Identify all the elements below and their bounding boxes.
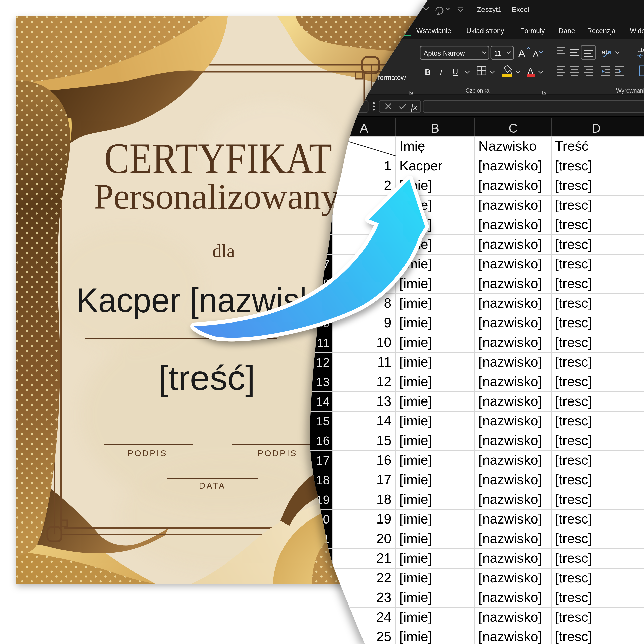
svg-text:[nazwisko]: [nazwisko] [478,433,542,448]
svg-text:[nazwisko]: [nazwisko] [478,492,542,507]
svg-text:[nazwisko]: [nazwisko] [478,590,542,605]
svg-text:[tresc]: [tresc] [555,393,592,409]
svg-text:[nazwisko]: [nazwisko] [478,629,542,644]
svg-text:A: A [518,48,525,60]
svg-text:[nazwisko]: [nazwisko] [478,276,542,291]
svg-text:[imie]: [imie] [399,609,432,624]
svg-text:[imie]: [imie] [399,531,432,546]
svg-text:formatów: formatów [378,74,406,82]
svg-text:[imie]: [imie] [399,511,432,526]
svg-text:B: B [431,121,439,135]
svg-text:[tresc]: [tresc] [555,374,592,389]
svg-text:[imie]: [imie] [399,295,432,310]
svg-text:[tresc]: [tresc] [555,511,592,526]
svg-text:[nazwisko]: [nazwisko] [478,472,542,487]
svg-text:[tresc]: [tresc] [555,295,592,310]
svg-text:C: C [509,121,518,135]
svg-text:[nazwisko]: [nazwisko] [478,413,542,428]
svg-text:A: A [528,66,533,76]
svg-text:[nazwisko]: [nazwisko] [478,609,542,624]
svg-text:Personalizowany: Personalizowany [94,177,339,216]
svg-text:[imie]: [imie] [399,570,432,585]
svg-text:Czcionka: Czcionka [466,87,490,94]
svg-text:[imie]: [imie] [399,472,432,487]
svg-text:ab: ab [602,48,609,56]
svg-text:DATA: DATA [199,481,226,490]
svg-text:[imie]: [imie] [399,550,432,566]
svg-text:[treść]: [treść] [158,358,255,397]
svg-text:14: 14 [316,395,330,408]
svg-text:[imie]: [imie] [399,413,432,428]
svg-text:[imie]: [imie] [399,629,432,644]
svg-text:[nazwisko]: [nazwisko] [478,197,542,212]
svg-text:[imie]: [imie] [399,492,432,507]
svg-text:Imię: Imię [399,138,425,153]
svg-text:22: 22 [376,570,391,585]
svg-text:17: 17 [376,472,391,487]
svg-text:[nazwisko]: [nazwisko] [478,217,542,232]
svg-text:[nazwisko]: [nazwisko] [478,550,542,566]
svg-text:Recenzja: Recenzja [587,27,616,35]
svg-text:ab: ab [637,46,644,53]
svg-text:[imie]: [imie] [399,452,432,467]
svg-text:I: I [439,68,443,77]
svg-text:[tresc]: [tresc] [555,158,592,173]
svg-text:A: A [360,121,368,135]
svg-text:10: 10 [376,335,391,350]
svg-text:15: 15 [376,433,391,448]
svg-text:[nazwisko]: [nazwisko] [478,570,542,585]
svg-text:[tresc]: [tresc] [555,472,592,487]
svg-text:[nazwisko]: [nazwisko] [478,393,542,409]
svg-text:[imie]: [imie] [399,393,432,409]
svg-text:2: 2 [384,178,391,193]
svg-text:[tresc]: [tresc] [555,256,592,271]
svg-text:[nazwisko]: [nazwisko] [478,178,542,193]
svg-text:[tresc]: [tresc] [555,550,592,566]
svg-text:[tresc]: [tresc] [555,197,592,212]
svg-text:23: 23 [376,590,391,605]
svg-text:[imie]: [imie] [399,374,432,389]
svg-text:[tresc]: [tresc] [555,315,592,330]
svg-text:16: 16 [376,452,391,467]
svg-text:Aptos Narrow: Aptos Narrow [424,50,465,57]
svg-text:[tresc]: [tresc] [555,433,592,448]
svg-text:CERTYFIKAT: CERTYFIKAT [104,134,332,182]
svg-text:[tresc]: [tresc] [555,178,592,193]
svg-text:[imie]: [imie] [399,276,432,291]
svg-text:9: 9 [384,315,391,330]
svg-text:[tresc]: [tresc] [555,492,592,507]
svg-text:[tresc]: [tresc] [555,413,592,428]
svg-text:fx: fx [411,102,417,112]
svg-text:[tresc]: [tresc] [555,335,592,350]
svg-text:13: 13 [376,393,391,409]
svg-text:17: 17 [316,454,330,467]
svg-text:1: 1 [384,158,391,173]
svg-text:Kacper: Kacper [399,158,442,173]
svg-text:[tresc]: [tresc] [555,452,592,467]
svg-text:[tresc]: [tresc] [555,629,592,644]
svg-text:[nazwisko]: [nazwisko] [478,315,542,330]
svg-text:18: 18 [316,473,330,487]
svg-text:[nazwisko]: [nazwisko] [478,295,542,310]
svg-text:Treść: Treść [555,138,588,153]
svg-text:24: 24 [376,609,391,624]
svg-text:18: 18 [376,492,391,507]
svg-text:Zeszyt1 - Excel: Zeszyt1 - Excel [477,6,529,13]
svg-text:11: 11 [377,354,391,369]
svg-text:B: B [425,68,431,77]
svg-text:[tresc]: [tresc] [555,354,592,369]
svg-text:[nazwisko]: [nazwisko] [478,354,542,369]
svg-text:12: 12 [316,356,330,369]
svg-text:13: 13 [316,375,330,389]
svg-text:D: D [592,121,601,135]
svg-text:21: 21 [376,550,391,566]
svg-text:[nazwisko]: [nazwisko] [478,374,542,389]
svg-text:Dane: Dane [559,27,575,35]
svg-text:A: A [533,49,539,59]
svg-text:[nazwisko]: [nazwisko] [478,531,542,546]
svg-text:[nazwisko]: [nazwisko] [478,335,542,350]
svg-text:Wyrównanie: Wyrównanie [616,87,644,94]
svg-text:19: 19 [376,511,391,526]
svg-text:11: 11 [317,336,330,349]
svg-text:25: 25 [376,629,391,644]
